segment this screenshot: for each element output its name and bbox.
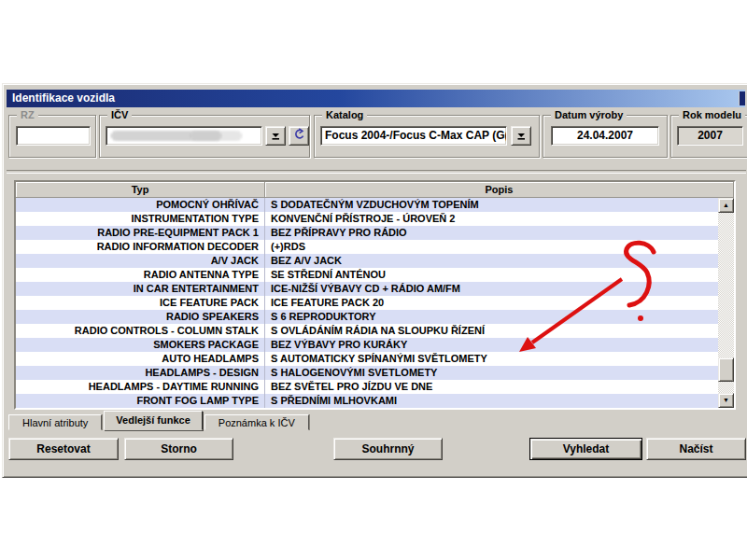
table-body: POMOCNÝ OHŘÍVAČ S DODATEČNÝM VZDUCHOVÝM … (16, 198, 718, 408)
cell-typ: RADIO ANTENNA TYPE (16, 268, 265, 282)
katalog-dropdown-button[interactable] (511, 126, 531, 146)
icv-dropdown-button[interactable] (265, 126, 286, 146)
scroll-up-icon: ▲ (723, 202, 729, 208)
table-row[interactable]: HEADLAMPS - DAYTIME RUNNING BEZ SVĚTEL P… (16, 380, 718, 394)
icv-label: IČV (107, 108, 132, 121)
cell-typ: ICE FEATURE PACK (16, 296, 265, 310)
table-row[interactable]: SMOKERS PACKAGE BEZ VÝBAVY PRO KURÁKY (16, 338, 718, 352)
vyhledat-button[interactable]: Vyhledat (529, 438, 642, 460)
souhrnny-button[interactable]: Souhrnný (333, 438, 443, 460)
cell-popis: BEZ PŘÍPRAVY PRO RÁDIO (265, 226, 718, 240)
cell-popis: S OVLÁDÁNÍM RÁDIA NA SLOUPKU ŘÍZENÍ (265, 324, 718, 338)
cell-popis: S AUTOMATICKY SPÍNANÝMI SVĚTLOMETY (265, 352, 718, 366)
icv-refresh-button[interactable] (289, 126, 309, 146)
datum-vyroby-group: Datum výroby 24.04.2007 (543, 115, 668, 158)
tab-hlavni-atributy[interactable]: Hlavní atributy (8, 414, 102, 430)
cell-typ: INSTRUMENTATION TYPE (16, 212, 265, 226)
scroll-down-button[interactable]: ▼ (718, 393, 734, 408)
cell-popis: KONVENČNÍ PŘÍSTROJE - ÚROVEŇ 2 (265, 212, 718, 226)
cell-typ: POMOCNÝ OHŘÍVAČ (16, 198, 265, 212)
tab-strip: Hlavní atributy Vedlejší funkce Poznámka… (8, 411, 311, 430)
cell-typ: SMOKERS PACKAGE (16, 338, 265, 352)
cell-popis: ICE-NIŽŠÍ VÝBAVY CD + RÁDIO AM/FM (265, 282, 718, 296)
table-row[interactable]: RADIO CONTROLS - COLUMN STALK S OVLÁDÁNÍ… (16, 324, 718, 338)
katalog-group: Katalog Focus 2004-/Focus C-Max CAP (G( (314, 115, 540, 158)
resetovat-button[interactable]: Resetovat (8, 438, 119, 460)
icv-input[interactable] (106, 126, 262, 146)
rz-label: RZ (17, 108, 38, 121)
column-header-popis[interactable]: Popis (265, 182, 734, 198)
rz-input[interactable] (16, 126, 91, 146)
datum-vyroby-label: Datum výroby (551, 108, 627, 121)
table-row[interactable]: IN CAR ENTERTAINMENT ICE-NIŽŠÍ VÝBAVY CD… (16, 282, 718, 296)
table-row[interactable]: RADIO SPEAKERS S 6 REPRODUKTORY (16, 310, 718, 324)
cell-popis: BEZ VÝBAVY PRO KURÁKY (265, 338, 718, 352)
cell-popis: ICE FEATURE PACK 20 (265, 296, 718, 310)
datum-vyroby-field[interactable]: 24.04.2007 (551, 126, 659, 146)
cell-typ: HEADLAMPS - DESIGN (16, 366, 265, 380)
cell-typ: A/V JACK (16, 254, 265, 268)
rok-modelu-field: 2007 (677, 126, 743, 146)
cell-typ: RADIO PRE-EQUIPMENT PACK 1 (16, 226, 265, 240)
rz-group: RZ (8, 115, 96, 158)
table-row[interactable]: POMOCNÝ OHŘÍVAČ S DODATEČNÝM VZDUCHOVÝM … (16, 198, 718, 212)
icv-group: IČV (99, 115, 310, 158)
cell-popis: S HALOGENOVÝMI SVETLOMETY (265, 366, 718, 380)
cell-popis: S PŘEDNÍMI MLHOVKAMI (265, 394, 718, 408)
cell-typ: FRONT FOG LAMP TYPE (16, 394, 265, 408)
tab-poznamka-k-icv[interactable]: Poznámka k IČV (204, 414, 309, 430)
table-row[interactable]: AUTO HEADLAMPS S AUTOMATICKY SPÍNANÝMI S… (16, 352, 718, 366)
cell-typ: RADIO CONTROLS - COLUMN STALK (16, 324, 265, 338)
dropdown-arrow-icon (272, 128, 280, 145)
cell-popis: S 6 REPRODUKTORY (265, 310, 718, 324)
dropdown-arrow-icon (517, 128, 526, 145)
table-row[interactable]: RADIO ANTENNA TYPE SE STŘEDNÍ ANTÉNOU (16, 268, 718, 282)
titlebar-button-cutoff[interactable] (739, 91, 745, 105)
separator-groove (7, 170, 746, 174)
rok-modelu-label: Rok modelu (679, 108, 745, 121)
cell-typ: HEADLAMPS - DAYTIME RUNNING (16, 380, 265, 394)
tab-vedlejsi-funkce[interactable]: Vedlejší funkce (104, 411, 202, 430)
attributes-table: Typ Popis POMOCNÝ OHŘÍVAČ S DODATEČNÝM V… (14, 180, 736, 410)
dialog-title: Identifikace vozidla (12, 91, 115, 105)
icv-value-obscured-2 (190, 131, 242, 141)
table-header: Typ Popis (16, 182, 734, 198)
table-row[interactable]: HEADLAMPS - DESIGN S HALOGENOVÝMI SVETLO… (16, 366, 718, 380)
column-header-typ[interactable]: Typ (16, 182, 265, 198)
storno-button[interactable]: Storno (124, 438, 233, 460)
katalog-combo[interactable]: Focus 2004-/Focus C-Max CAP (G( (320, 126, 507, 146)
katalog-label: Katalog (322, 108, 367, 121)
cell-popis: SE STŘEDNÍ ANTÉNOU (265, 268, 718, 282)
cell-typ: RADIO INFORMATION DECODER (16, 240, 265, 254)
undo-arrow-icon (293, 128, 305, 145)
nacist-button[interactable]: Načíst (646, 438, 746, 460)
cell-popis: BEZ A/V JACK (265, 254, 718, 268)
cell-typ: IN CAR ENTERTAINMENT (16, 282, 265, 296)
cell-typ: RADIO SPEAKERS (16, 310, 265, 324)
rok-modelu-group: Rok modelu 2007 (670, 115, 747, 158)
table-row[interactable]: FRONT FOG LAMP TYPE S PŘEDNÍMI MLHOVKAMI (16, 394, 718, 408)
scrollbar-thumb[interactable] (718, 357, 734, 382)
cell-popis: BEZ SVĚTEL PRO JÍZDU VE DNE (265, 380, 718, 394)
table-row[interactable]: ICE FEATURE PACK ICE FEATURE PACK 20 (16, 296, 718, 310)
scroll-down-icon: ▼ (723, 397, 729, 403)
vehicle-identification-dialog: Identifikace vozidla RZ IČV (2, 83, 747, 478)
cell-popis: (+)RDS (265, 240, 718, 254)
table-row[interactable]: A/V JACK BEZ A/V JACK (16, 254, 718, 268)
table-row[interactable]: RADIO INFORMATION DECODER (+)RDS (16, 240, 718, 254)
table-row[interactable]: RADIO PRE-EQUIPMENT PACK 1 BEZ PŘÍPRAVY … (16, 226, 718, 240)
vertical-scrollbar[interactable]: ▲ ▼ (718, 198, 734, 408)
table-row[interactable]: INSTRUMENTATION TYPE KONVENČNÍ PŘÍSTROJE… (16, 212, 718, 226)
scroll-up-button[interactable]: ▲ (718, 198, 734, 213)
dialog-titlebar[interactable]: Identifikace vozidla (7, 90, 745, 107)
cell-popis: S DODATEČNÝM VZDUCHOVÝM TOPENÍM (265, 198, 718, 212)
cell-typ: AUTO HEADLAMPS (16, 352, 265, 366)
